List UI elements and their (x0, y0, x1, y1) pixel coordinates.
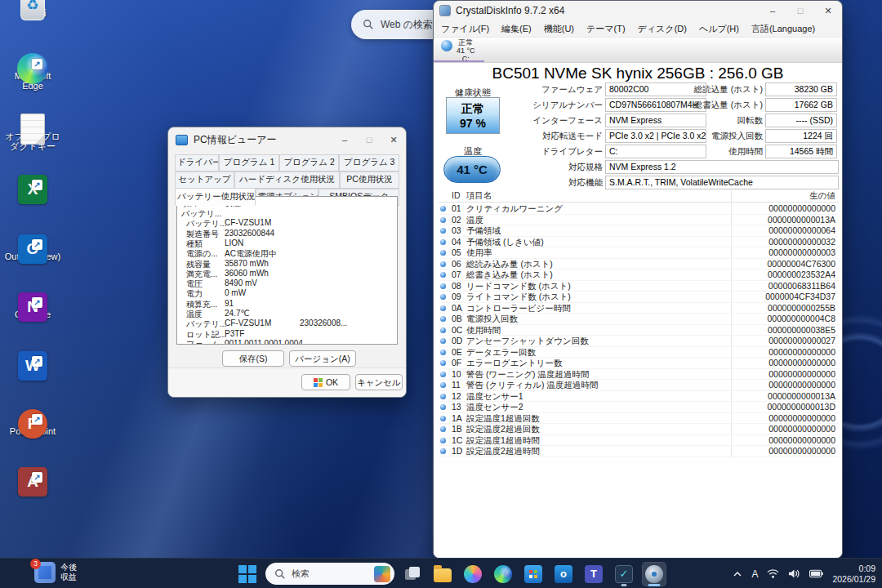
desktop-icon-access[interactable]: A↗Access (3, 482, 62, 494)
battery-list-row[interactable]: 温度24.7℃ (177, 309, 397, 318)
taskbar-pc-info-viewer-button[interactable]: ✓ (612, 562, 636, 586)
smart-row[interactable]: 07総書き込み量 (ホスト)000000023532A4 (439, 270, 839, 281)
desktop-icon-onenote[interactable]: N↗OneNote (3, 307, 62, 319)
smart-attribute-name: 総書き込み量 (ホスト) (466, 270, 553, 281)
smart-row[interactable]: 0B電源投入回数000000000004C8 (439, 314, 839, 325)
tab-item[interactable]: プログラム 2 (279, 154, 340, 172)
battery-list-row[interactable]: バッテリ... (177, 208, 397, 218)
taskbar-store-button[interactable] (521, 562, 546, 586)
desktop-icon-edge[interactable]: ↗Microsoft Edge (3, 69, 62, 91)
menu-item[interactable]: ファイル(F) (441, 23, 489, 35)
smart-row[interactable]: 1C設定温度1超過時間00000000000000 (439, 435, 839, 447)
smart-row[interactable]: 01クリティカルワーニング00000000000000 (439, 203, 839, 215)
desktop-icon-outlook[interactable]: O↗Outlook (new) (3, 249, 62, 261)
smart-row[interactable]: 04予備領域 (しきい値)00000000000032 (439, 237, 839, 248)
tab-item[interactable]: プログラム 1 (219, 154, 279, 172)
tab-item[interactable]: PC使用状況 (340, 172, 399, 189)
cancel-button[interactable]: キャンセル (355, 374, 403, 390)
field-label: 総書込量 (ホスト) (679, 100, 763, 111)
ok-button[interactable]: OK (301, 374, 350, 390)
copilot-icon (464, 565, 482, 583)
smart-raw-value: 00000000000000 (768, 446, 835, 456)
desktop-icon-excel[interactable]: X↗Excel (3, 189, 62, 202)
smart-row[interactable]: 03予備領域00000000000064 (439, 225, 839, 237)
tab-item[interactable]: セットアップ (175, 172, 234, 189)
drive-selector-tab[interactable]: 正常 41 °C C: (434, 37, 842, 63)
menu-item[interactable]: テーマ(T) (586, 23, 626, 35)
tab-active[interactable]: バッテリー使用状況 (175, 188, 256, 206)
taskbar-task-view-button[interactable] (400, 562, 425, 586)
smart-row[interactable]: 06総読み込み量 (ホスト)00000004C76300 (439, 259, 839, 270)
battery-list-row[interactable]: ロット記...P3TF (177, 329, 397, 339)
tab-item[interactable]: ドライバー (175, 154, 219, 172)
smart-row[interactable]: 1D設定温度2超過時間00000000000000 (439, 446, 839, 457)
cdi-minimize-button[interactable]: – (759, 1, 786, 20)
tab-item[interactable]: プログラム 3 (339, 154, 399, 172)
battery-list-row[interactable]: 製造番号23032600844 (177, 229, 397, 238)
tab-item[interactable]: ハードディスク使用状況 (234, 172, 340, 189)
smart-row[interactable]: 12温度センサー10000000000013A (439, 391, 839, 403)
taskbar-crystaldiskinfo-button[interactable] (642, 562, 666, 586)
smart-row[interactable]: 02温度0000000000013A (439, 215, 839, 226)
pcv-close-button[interactable]: ✕ (381, 128, 406, 151)
battery-list-row[interactable]: ファーム...0011.0011.0001.0004 (177, 339, 397, 345)
smart-row[interactable]: 0C使用時間000000000038E5 (439, 325, 839, 336)
version-button[interactable]: バージョン(A) (289, 350, 356, 367)
status-dot-icon (440, 350, 446, 355)
smart-row[interactable]: 0Fエラーログエントリー数00000000000000 (439, 358, 839, 369)
battery-list-row[interactable]: 電力0 mW (177, 288, 397, 298)
start-button[interactable] (235, 562, 260, 586)
smart-row[interactable]: 0Eデータエラー回数00000000000000 (439, 347, 839, 359)
menu-item[interactable]: 編集(E) (501, 23, 532, 35)
battery-list-row[interactable]: 電源の...AC電源使用中 (177, 248, 397, 258)
wifi-icon[interactable] (767, 568, 779, 579)
taskbar-teams-button[interactable]: T (581, 562, 606, 586)
cdi-maximize-button[interactable]: □ (786, 1, 814, 20)
pcv-maximize-button[interactable]: □ (357, 128, 381, 151)
desktop-icon-document[interactable]: オフィスプロダクトキー (3, 129, 62, 151)
smart-row[interactable]: 13温度センサー20000000000013D (439, 402, 839, 413)
desktop-icon-recycle-bin[interactable]: ♻ごみ箱 (3, 5, 62, 17)
smart-row[interactable]: 1A設定温度1超過回数00000000000000 (439, 413, 839, 425)
save-button[interactable]: 保存(S) (222, 350, 284, 367)
pcv-minimize-button[interactable]: – (332, 128, 357, 151)
desktop-icon-word[interactable]: W↗Word (3, 366, 62, 378)
battery-list-row[interactable]: 積算充...91 (177, 299, 397, 309)
volume-icon[interactable] (788, 568, 800, 579)
smart-row[interactable]: 0Dアンセーフシャットダウン回数00000000000027 (439, 336, 839, 347)
menu-item[interactable]: 機能(U) (544, 23, 574, 35)
widgets-button[interactable]: 3 今後 収益 (34, 562, 77, 583)
menu-item[interactable]: 言語(Language) (751, 23, 815, 35)
taskbar-search-box[interactable]: 検索 (265, 563, 394, 585)
taskbar-edge-button[interactable] (491, 562, 515, 586)
smart-row[interactable]: 0Aコントローラービジー時間0000000000255B (439, 303, 839, 314)
outlook-icon: o (555, 565, 572, 583)
battery-list-row[interactable]: バッテリ...CF-VZSU1M (177, 218, 397, 228)
battery-list-row[interactable]: 種類LION (177, 238, 397, 248)
menu-item[interactable]: ディスク(D) (638, 23, 687, 35)
desktop-icon-powerpoint[interactable]: P↗PowerPoint (3, 424, 62, 436)
smart-row[interactable]: 05使用率00000000000003 (439, 247, 839, 259)
smart-row[interactable]: 08リードコマンド数 (ホスト)00000068311B64 (439, 281, 839, 292)
hidden-icons-chevron[interactable] (733, 569, 742, 579)
battery-list-row[interactable]: バッテリ...CF-VZSU1M230326008... (177, 318, 397, 328)
taskbar-copilot-button[interactable] (461, 562, 485, 586)
smart-row[interactable]: 1B設定温度2超過回数00000000000000 (439, 424, 839, 435)
smart-row[interactable]: 09ライトコマンド数 (ホスト)0000004CF34D37 (439, 292, 839, 303)
menu-item[interactable]: ヘルプ(H) (699, 23, 739, 35)
smart-id: 06 (452, 259, 461, 269)
ime-indicator[interactable]: A (751, 568, 758, 580)
battery-list-row[interactable]: 残容量35870 mWh (177, 259, 397, 269)
row-value: 91 (225, 299, 234, 308)
smart-id: 04 (452, 237, 461, 247)
taskbar-file-explorer-button[interactable] (430, 562, 455, 586)
battery-status-list[interactable]: 項目 状態 バッテリ...バッテリ...CF-VZSU1M製造番号2303260… (176, 196, 398, 345)
taskbar-outlook-button[interactable]: o (551, 562, 576, 586)
battery-list-row[interactable]: 電圧8490 mV (177, 278, 397, 288)
clock[interactable]: 0:09 2026/01/29 (832, 564, 875, 584)
smart-row[interactable]: 10警告 (ワーニング) 温度超過時間00000000000000 (439, 369, 839, 381)
battery-list-row[interactable]: 満充電...36060 mWh (177, 269, 397, 278)
smart-row[interactable]: 11警告 (クリティカル) 温度超過時間00000000000000 (439, 380, 839, 391)
cdi-close-button[interactable]: ✕ (814, 1, 842, 20)
battery-icon[interactable] (809, 569, 823, 578)
